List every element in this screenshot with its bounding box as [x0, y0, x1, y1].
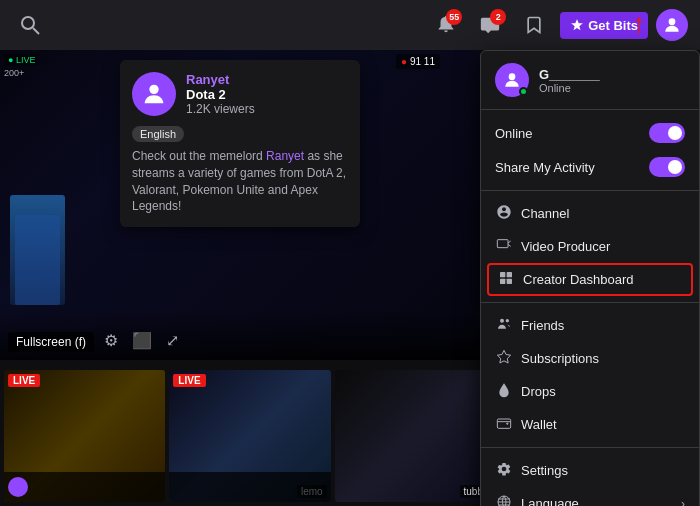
- drops-label: Drops: [521, 384, 556, 399]
- nav-right: 55 2 Get Bits: [428, 7, 688, 43]
- svg-rect-16: [497, 419, 510, 428]
- menu-user-info: G_______ Online: [539, 67, 600, 94]
- menu-avatar: [495, 63, 529, 97]
- subscriptions-left: Subscriptions: [495, 349, 599, 368]
- online-label: Online: [495, 126, 533, 141]
- video-producer-icon: [495, 237, 513, 256]
- svg-marker-2: [571, 19, 583, 30]
- online-toggle-item[interactable]: Online: [481, 116, 699, 150]
- svg-rect-6: [497, 240, 508, 248]
- language-left: Language: [495, 494, 579, 506]
- drops-icon: [495, 382, 513, 401]
- wallet-label: Wallet: [521, 417, 557, 432]
- messages-badge: 2: [490, 9, 506, 25]
- bookmark-button[interactable]: [516, 7, 552, 43]
- online-item-left: Online: [495, 126, 533, 141]
- channel-item[interactable]: Channel: [481, 197, 699, 230]
- share-item-left: Share My Activity: [495, 160, 595, 175]
- svg-rect-12: [507, 279, 512, 284]
- live-badge-2: LIVE: [173, 374, 205, 387]
- svg-point-0: [22, 17, 34, 29]
- creator-section: Channel Video Producer: [481, 191, 699, 303]
- share-activity-item[interactable]: Share My Activity: [481, 150, 699, 184]
- settings-left: Settings: [495, 461, 568, 480]
- creator-dashboard-left: Creator Dashboard: [497, 270, 634, 289]
- friends-left: Friends: [495, 316, 564, 335]
- get-bits-label: Get Bits: [588, 18, 638, 33]
- wallet-item[interactable]: Wallet: [481, 408, 699, 441]
- theatre-mode-icon[interactable]: ⬛: [128, 329, 156, 352]
- settings-item[interactable]: Settings: [481, 454, 699, 487]
- online-toggle[interactable]: [649, 123, 685, 143]
- thumbnails-row: LIVE LIVE lemo tubby: [0, 366, 500, 506]
- user-avatar-button[interactable]: [656, 9, 688, 41]
- popup-description: Check out the memelord Ranyet as she str…: [132, 148, 348, 215]
- notifications-button[interactable]: 55: [428, 7, 464, 43]
- social-section: Friends Subscriptions Drops: [481, 303, 699, 448]
- popup-info: Ranyet Dota 2 1.2K viewers: [186, 72, 255, 116]
- creator-dashboard-label: Creator Dashboard: [523, 272, 634, 287]
- svg-point-3: [669, 18, 676, 25]
- wallet-left: Wallet: [495, 415, 557, 434]
- friends-icon: [495, 316, 513, 335]
- language-icon: [495, 494, 513, 506]
- creator-dashboard-item[interactable]: Creator Dashboard: [487, 263, 693, 296]
- viewer-count-text: 1.2K viewers: [186, 102, 255, 116]
- search-button[interactable]: [12, 7, 48, 43]
- subscriptions-icon: [495, 349, 513, 368]
- language-label: Language: [521, 496, 579, 506]
- stream-tag: English: [132, 126, 184, 142]
- stream-stats-overlay: ● LIVE 200+: [4, 54, 39, 78]
- video-producer-label: Video Producer: [521, 239, 610, 254]
- fullscreen-label[interactable]: Fullscreen (f): [8, 332, 94, 352]
- nav-left: [12, 7, 48, 43]
- svg-rect-10: [507, 272, 512, 277]
- main-content: ● LIVE 200+ ● 91 11 Ranyet Do: [0, 50, 500, 506]
- subscriptions-item[interactable]: Subscriptions: [481, 342, 699, 375]
- drops-item[interactable]: Drops: [481, 375, 699, 408]
- language-item[interactable]: Language ›: [481, 487, 699, 506]
- streamer-name: Ranyet: [186, 72, 255, 87]
- messages-button[interactable]: 2: [472, 7, 508, 43]
- preferences-section: Settings Language ›: [481, 448, 699, 506]
- settings-label: Settings: [521, 463, 568, 478]
- streamer-avatar: [132, 72, 176, 116]
- channel-label: Channel: [521, 206, 569, 221]
- menu-status: Online: [539, 82, 600, 94]
- video-producer-item[interactable]: Video Producer: [481, 230, 699, 263]
- red-arrow-indicator: ↑: [632, 8, 646, 40]
- fullscreen-icon[interactable]: ⤢: [162, 329, 183, 352]
- channel-icon: [495, 204, 513, 223]
- online-indicator: [519, 87, 528, 96]
- share-activity-toggle[interactable]: [649, 157, 685, 177]
- svg-rect-9: [500, 272, 505, 277]
- svg-marker-15: [497, 350, 510, 363]
- user-dropdown-menu: G_______ Online Online Share My Activity: [480, 50, 700, 506]
- share-activity-label: Share My Activity: [495, 160, 595, 175]
- settings-icon[interactable]: ⚙: [100, 329, 122, 352]
- language-chevron: ›: [681, 497, 685, 507]
- friends-label: Friends: [521, 318, 564, 333]
- video-producer-left: Video Producer: [495, 237, 610, 256]
- menu-username: G_______: [539, 67, 600, 82]
- svg-rect-11: [500, 279, 505, 284]
- svg-point-14: [506, 319, 509, 322]
- notifications-badge: 55: [446, 9, 462, 25]
- game-name: Dota 2: [186, 87, 255, 102]
- activity-section: Online Share My Activity: [481, 110, 699, 191]
- settings-icon-menu: [495, 461, 513, 480]
- channel-left: Channel: [495, 204, 569, 223]
- viewer-count: ● 91 11: [396, 54, 440, 69]
- thumbnail-2[interactable]: LIVE lemo: [169, 370, 330, 502]
- thumbnail-3[interactable]: tubby: [335, 370, 496, 502]
- wallet-icon: [495, 415, 513, 434]
- menu-user-header: G_______ Online: [481, 51, 699, 110]
- svg-point-4: [149, 85, 158, 94]
- svg-line-1: [33, 28, 39, 34]
- thumbnail-1[interactable]: LIVE: [4, 370, 165, 502]
- stream-video[interactable]: ● LIVE 200+ ● 91 11 Ranyet Do: [0, 50, 500, 360]
- friends-item[interactable]: Friends: [481, 309, 699, 342]
- stream-popup: Ranyet Dota 2 1.2K viewers English Check…: [120, 60, 360, 227]
- live-badge-1: LIVE: [8, 374, 40, 387]
- subscriptions-label: Subscriptions: [521, 351, 599, 366]
